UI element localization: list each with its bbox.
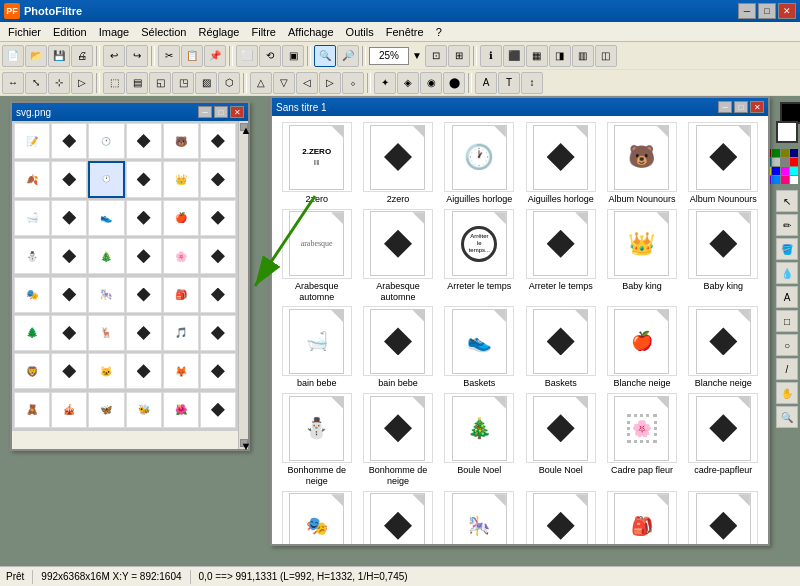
thumb-item[interactable] — [51, 315, 87, 351]
save-btn[interactable]: 💾 — [48, 45, 70, 67]
thumb-item[interactable]: 🎪 — [51, 392, 87, 428]
thumb-item[interactable]: 🌲 — [14, 315, 50, 351]
color-green[interactable] — [772, 149, 780, 157]
gallery-item-album-2[interactable]: Album Nounours — [685, 122, 762, 205]
menu-affichage[interactable]: Affichage — [282, 24, 340, 40]
thumb-item[interactable]: 🕐 — [88, 161, 124, 197]
thumb-item[interactable] — [126, 315, 162, 351]
extra3-btn[interactable]: ◨ — [549, 45, 571, 67]
gallery-item-arabesque-2[interactable]: Arabesque automne — [359, 209, 436, 303]
extra2-btn[interactable]: ▦ — [526, 45, 548, 67]
gallery-item-carrosse-2[interactable]: Carrosse — [522, 491, 599, 544]
thumb-item[interactable] — [200, 161, 236, 197]
menu-outils[interactable]: Outils — [340, 24, 380, 40]
gallery-item-cadre-1[interactable]: 🌸 Cadre pap fleur — [603, 393, 680, 487]
menu-edition[interactable]: Edition — [47, 24, 93, 40]
menu-help[interactable]: ? — [430, 24, 448, 40]
thumb-item[interactable]: 👟 — [88, 200, 124, 236]
gallery-minimize-btn[interactable]: ─ — [718, 101, 732, 113]
t15[interactable]: ⬦ — [342, 72, 364, 94]
magnify-tool-btn[interactable]: 🔍 — [776, 406, 798, 428]
t18[interactable]: ◉ — [420, 72, 442, 94]
thumb-item[interactable] — [51, 277, 87, 313]
thumb-item[interactable] — [200, 238, 236, 274]
t21[interactable]: T — [498, 72, 520, 94]
menu-fichier[interactable]: Fichier — [2, 24, 47, 40]
t16[interactable]: ✦ — [374, 72, 396, 94]
gallery-item-cadre-2[interactable]: cadre-papfleur — [685, 393, 762, 487]
thumb-item[interactable] — [200, 392, 236, 428]
gallery-item-arabesque-1[interactable]: arabesque Arabesque automne — [278, 209, 355, 303]
cut-btn[interactable]: ✂ — [158, 45, 180, 67]
menu-selection[interactable]: Sélection — [135, 24, 192, 40]
gallery-item-blanche-1[interactable]: 🍎 Blanche neige — [603, 306, 680, 389]
color-navy[interactable] — [790, 149, 798, 157]
color-red[interactable] — [790, 158, 798, 166]
thumb-item[interactable] — [51, 123, 87, 159]
thumb-item[interactable] — [51, 238, 87, 274]
thumbnail-maximize-btn[interactable]: □ — [214, 106, 228, 118]
gallery-item-cartable-2[interactable]: Cartable écolier — [685, 491, 762, 544]
gallery-item-boule-2[interactable]: Boule Noel — [522, 393, 599, 487]
t4[interactable]: ▷ — [71, 72, 93, 94]
zoom-in-btn[interactable]: 🔍 — [314, 45, 336, 67]
thumb-item[interactable]: 🎒 — [163, 277, 199, 313]
scroll-down-btn[interactable]: ▼ — [240, 439, 248, 447]
gallery-close-btn[interactable]: ✕ — [750, 101, 764, 113]
close-button[interactable]: ✕ — [778, 3, 796, 19]
ellipse-tool-btn[interactable]: ○ — [776, 334, 798, 356]
transform-btn[interactable]: ⟲ — [259, 45, 281, 67]
color-blue[interactable] — [772, 167, 780, 175]
bg-color-swatch[interactable] — [776, 121, 798, 143]
thumbnail-close-btn[interactable]: ✕ — [230, 106, 244, 118]
t6[interactable]: ▤ — [126, 72, 148, 94]
thumb-item[interactable] — [51, 161, 87, 197]
gallery-item-bain-2[interactable]: bain bebe — [359, 306, 436, 389]
gallery-item-bonhomme-2[interactable]: Bonhomme de neige — [359, 393, 436, 487]
scroll-up-btn[interactable]: ▲ — [240, 123, 248, 131]
thumb-item[interactable] — [200, 277, 236, 313]
t1[interactable]: ↔ — [2, 72, 24, 94]
thumb-item[interactable] — [51, 200, 87, 236]
thumb-item[interactable]: 🎵 — [163, 315, 199, 351]
t8[interactable]: ◳ — [172, 72, 194, 94]
t9[interactable]: ▨ — [195, 72, 217, 94]
copy-btn[interactable]: 📋 — [181, 45, 203, 67]
t20[interactable]: A — [475, 72, 497, 94]
color-pink[interactable] — [781, 176, 789, 184]
gallery-item-baskets-1[interactable]: 👟 Baskets — [441, 306, 518, 389]
t3[interactable]: ⊹ — [48, 72, 70, 94]
zoom-dropdown-icon[interactable]: ▼ — [412, 50, 422, 61]
thumb-item[interactable]: 🌺 — [163, 392, 199, 428]
color-cyan[interactable] — [790, 167, 798, 175]
thumb-item[interactable]: 🛁 — [14, 200, 50, 236]
thumb-item[interactable]: 🕐 — [88, 123, 124, 159]
gallery-item-carnaval-1[interactable]: 🎭 Carnaval de — [278, 491, 355, 544]
thumb-item[interactable]: 🐱 — [88, 353, 124, 389]
gallery-item-babyking-1[interactable]: 👑 Baby king — [603, 209, 680, 303]
gallery-item-baskets-2[interactable]: Baskets — [522, 306, 599, 389]
menu-fenetre[interactable]: Fenêtre — [380, 24, 430, 40]
thumb-item[interactable]: 🎄 — [88, 238, 124, 274]
thumb-item[interactable]: 🐝 — [126, 392, 162, 428]
open-btn[interactable]: 📂 — [25, 45, 47, 67]
gallery-item-carrosse-1[interactable]: 🎠 Carrosse — [441, 491, 518, 544]
gallery-item-album-1[interactable]: 🐻 Album Nounours — [603, 122, 680, 205]
zoom-input[interactable]: 25% — [369, 47, 409, 65]
thumb-item[interactable] — [200, 123, 236, 159]
thumb-item[interactable] — [126, 123, 162, 159]
thumb-item[interactable] — [126, 277, 162, 313]
fit-btn[interactable]: ⊡ — [425, 45, 447, 67]
text-tool-btn[interactable]: A — [776, 286, 798, 308]
extra1-btn[interactable]: ⬛ — [503, 45, 525, 67]
fit2-btn[interactable]: ⊞ — [448, 45, 470, 67]
thumb-item[interactable]: 🎠 — [88, 277, 124, 313]
t14[interactable]: ▷ — [319, 72, 341, 94]
thumb-item[interactable]: 🍂 — [14, 161, 50, 197]
dropper-tool-btn[interactable]: 💧 — [776, 262, 798, 284]
gallery-item-arreter-2[interactable]: Arreter le temps — [522, 209, 599, 303]
thumbnail-scrollbar[interactable]: ▲ ▼ — [238, 121, 248, 449]
gallery-item-bonhomme-1[interactable]: ⛄ Bonhomme de neige — [278, 393, 355, 487]
gallery-maximize-btn[interactable]: □ — [734, 101, 748, 113]
color-silver[interactable] — [772, 158, 780, 166]
